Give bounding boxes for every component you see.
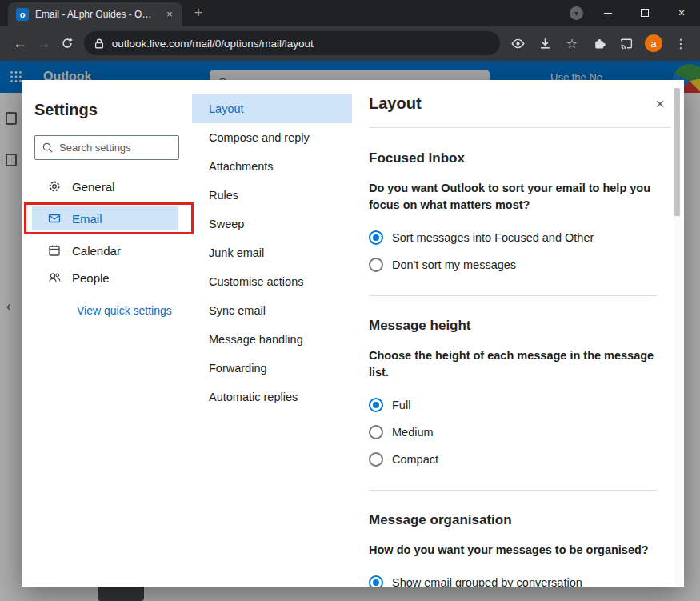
- media-controls-icon[interactable]: ▾: [570, 6, 583, 20]
- sidebar-item-calendar[interactable]: Calendar: [34, 237, 192, 264]
- radio-unselected-icon[interactable]: [369, 258, 383, 272]
- minimize-icon: [604, 13, 612, 14]
- detail-header: Layout ×: [369, 80, 671, 128]
- outlook-favicon-icon: o: [16, 8, 29, 21]
- reload-icon: [61, 37, 74, 50]
- minimize-button[interactable]: [590, 0, 626, 26]
- radio-selected-icon[interactable]: [369, 398, 383, 412]
- settings-search-box[interactable]: [34, 135, 179, 160]
- maximize-button[interactable]: [626, 0, 663, 26]
- window-controls: ×: [590, 0, 700, 26]
- detail-body: Focused Inbox Do you want Outlook to sor…: [369, 129, 657, 587]
- layout-detail-pane: Layout × Focused Inbox Do you want Outlo…: [352, 80, 684, 587]
- category-item-forwarding[interactable]: Forwarding: [192, 354, 352, 383]
- browser-window: o Email - ALphr Guides - Outlook × + ▾ ×…: [0, 0, 700, 601]
- toolbar-icons: ☆ a ⋮: [506, 32, 692, 54]
- download-button[interactable]: [534, 32, 556, 54]
- extensions-button[interactable]: [588, 32, 610, 54]
- cast-icon: [619, 37, 634, 50]
- star-icon: ☆: [566, 36, 578, 51]
- preview-eye-button[interactable]: [506, 32, 529, 54]
- lock-icon: [94, 38, 105, 50]
- radio-option-full[interactable]: Full: [369, 391, 657, 419]
- category-item-attachments[interactable]: Attachments: [192, 152, 352, 181]
- new-tab-button[interactable]: +: [187, 2, 210, 24]
- sidebar-item-email[interactable]: Email: [32, 206, 178, 230]
- category-item-customise-actions[interactable]: Customise actions: [192, 267, 352, 296]
- people-icon: [48, 271, 61, 284]
- category-item-junk-email[interactable]: Junk email: [192, 238, 352, 267]
- scrollbar-thumb[interactable]: [674, 88, 680, 216]
- download-icon: [538, 37, 552, 50]
- section-heading: Message height: [369, 318, 657, 334]
- section-heading: Focused Inbox: [369, 150, 657, 166]
- radio-label: Compact: [392, 453, 438, 466]
- view-quick-settings-link[interactable]: View quick settings: [77, 304, 172, 317]
- section-question: Choose the height of each message in the…: [369, 347, 657, 381]
- address-bar[interactable]: outlook.live.com/mail/0/options/mail/lay…: [84, 31, 500, 55]
- eye-icon: [511, 37, 525, 50]
- browser-toolbar: ← → outlook.live.com/mail/0/options/mail…: [0, 26, 700, 61]
- settings-category-list: Layout Compose and reply Attachments Rul…: [192, 80, 352, 587]
- reload-button[interactable]: [55, 31, 79, 55]
- radio-unselected-icon[interactable]: [369, 452, 383, 467]
- envelope-icon: [48, 212, 61, 225]
- section-heading: Message organisation: [369, 512, 657, 528]
- settings-panel-title: Settings: [34, 101, 192, 119]
- calendar-icon: [48, 244, 61, 257]
- maximize-icon: [641, 9, 649, 17]
- sidebar-item-label: People: [72, 271, 110, 285]
- close-window-button[interactable]: ×: [663, 0, 700, 26]
- category-item-sync-email[interactable]: Sync email: [192, 296, 352, 325]
- section-focused-inbox: Focused Inbox Do you want Outlook to sor…: [369, 129, 657, 296]
- radio-selected-icon[interactable]: [369, 575, 383, 587]
- section-question: How do you want your messages to be orga…: [369, 542, 657, 559]
- category-item-layout[interactable]: Layout: [192, 94, 352, 123]
- url-text: outlook.live.com/mail/0/options/mail/lay…: [112, 38, 314, 50]
- radio-option-grouped-by-conversation[interactable]: Show email grouped by conversation: [369, 569, 657, 587]
- kebab-menu-icon: ⋮: [674, 36, 687, 51]
- category-item-automatic-replies[interactable]: Automatic replies: [192, 383, 352, 411]
- sidebar-item-label: Calendar: [72, 244, 121, 258]
- settings-nav-panel: Settings General: [22, 80, 192, 587]
- section-question: Do you want Outlook to sort your email t…: [369, 180, 657, 214]
- radio-option-dont-sort[interactable]: Don't sort my messages: [369, 251, 657, 278]
- radio-unselected-icon[interactable]: [369, 425, 383, 439]
- avatar: a: [645, 34, 662, 52]
- settings-nav-list: General Email: [34, 173, 192, 291]
- close-settings-button[interactable]: ×: [649, 93, 671, 115]
- radio-option-sort-focused[interactable]: Sort messages into Focused and Other: [369, 224, 657, 251]
- puzzle-icon: [593, 37, 606, 50]
- sidebar-item-people[interactable]: People: [34, 264, 192, 291]
- tab-close-icon[interactable]: ×: [163, 8, 176, 21]
- back-button[interactable]: ←: [8, 31, 32, 55]
- radio-option-compact[interactable]: Compact: [369, 446, 657, 473]
- sidebar-item-label: General: [72, 180, 114, 194]
- radio-selected-icon[interactable]: [369, 230, 383, 245]
- bookmark-star-button[interactable]: ☆: [561, 32, 583, 54]
- page-title: Layout: [369, 94, 422, 113]
- forward-button[interactable]: →: [32, 31, 56, 55]
- radio-label: Medium: [392, 426, 434, 439]
- radio-label: Sort messages into Focused and Other: [392, 231, 594, 244]
- category-item-sweep[interactable]: Sweep: [192, 210, 352, 238]
- category-item-rules[interactable]: Rules: [192, 181, 352, 210]
- browser-menu-button[interactable]: ⋮: [670, 32, 692, 54]
- browser-tab[interactable]: o Email - ALphr Guides - Outlook ×: [8, 2, 182, 26]
- category-item-message-handling[interactable]: Message handling: [192, 325, 352, 354]
- settings-search-input[interactable]: [59, 142, 163, 154]
- section-message-height: Message height Choose the height of each…: [369, 296, 657, 491]
- radio-label: Full: [392, 399, 410, 411]
- radio-label: Show email grouped by conversation: [392, 576, 582, 587]
- sidebar-item-label: Email: [72, 212, 102, 226]
- profile-avatar[interactable]: a: [642, 32, 665, 54]
- page-viewport: Outlook Use the Ne ‹ Settings: [0, 61, 700, 601]
- cast-button[interactable]: [615, 32, 638, 54]
- sidebar-item-general[interactable]: General: [34, 173, 192, 200]
- gear-icon: [48, 180, 61, 193]
- section-message-organisation: Message organisation How do you want you…: [369, 491, 657, 587]
- radio-option-medium[interactable]: Medium: [369, 419, 657, 446]
- browser-tab-strip: o Email - ALphr Guides - Outlook × + ▾ ×: [0, 0, 700, 26]
- category-item-compose-and-reply[interactable]: Compose and reply: [192, 123, 352, 152]
- highlight-annotation: Email: [24, 202, 194, 234]
